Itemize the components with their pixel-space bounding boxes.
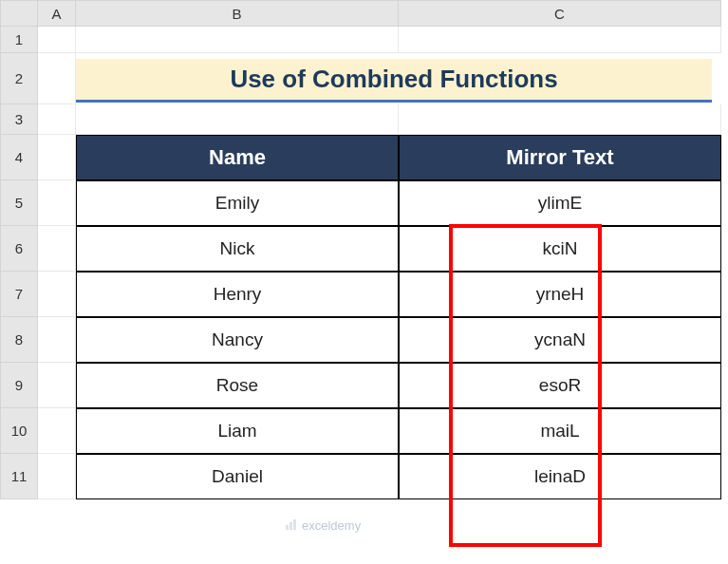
cell-c1[interactable]: [399, 27, 721, 53]
col-header-c[interactable]: C: [399, 0, 721, 27]
cell-a8[interactable]: [38, 317, 76, 363]
cell-a11[interactable]: [38, 454, 76, 499]
row-header-6[interactable]: 6: [0, 226, 38, 272]
page-title[interactable]: Use of Combined Functions: [76, 59, 712, 103]
table-row[interactable]: Liam: [76, 408, 399, 454]
table-header-name[interactable]: Name: [76, 135, 399, 180]
row-header-10[interactable]: 10: [0, 408, 38, 454]
cell-a9[interactable]: [38, 363, 76, 408]
row-header-5[interactable]: 5: [0, 180, 38, 226]
svg-rect-2: [293, 519, 296, 530]
row-header-8[interactable]: 8: [0, 317, 38, 363]
table-row[interactable]: yrneH: [399, 272, 721, 317]
select-all-corner[interactable]: [0, 0, 38, 27]
row-header-1[interactable]: 1: [0, 27, 38, 53]
col-header-b[interactable]: B: [76, 0, 399, 27]
table-row[interactable]: Rose: [76, 363, 399, 408]
table-row[interactable]: Nancy: [76, 317, 399, 363]
cell-a2[interactable]: [38, 53, 76, 104]
cell-a6[interactable]: [38, 226, 76, 272]
watermark-text: exceldemy: [302, 518, 361, 533]
svg-rect-0: [286, 525, 289, 530]
table-row[interactable]: Nick: [76, 226, 399, 272]
spreadsheet-grid: A B C 1 2 3 4 5 6 7 8 9 10 11 Use of Com…: [0, 0, 728, 499]
table-row[interactable]: Daniel: [76, 454, 399, 499]
row-header-7[interactable]: 7: [0, 272, 38, 317]
cell-a7[interactable]: [38, 272, 76, 317]
table-row[interactable]: maiL: [399, 408, 721, 454]
table-row[interactable]: leinaD: [399, 454, 721, 499]
cell-a5[interactable]: [38, 180, 76, 226]
table-row[interactable]: ylimE: [399, 180, 721, 226]
table-row[interactable]: kciN: [399, 226, 721, 272]
row-header-9[interactable]: 9: [0, 363, 38, 408]
svg-rect-1: [289, 522, 292, 530]
table-header-mirror[interactable]: Mirror Text: [399, 135, 721, 180]
table-row[interactable]: ycnaN: [399, 317, 721, 363]
cell-c3[interactable]: [399, 104, 721, 135]
table-row[interactable]: Henry: [76, 272, 399, 317]
cell-a3[interactable]: [38, 104, 76, 135]
watermark: exceldemy: [285, 517, 361, 534]
cell-b1[interactable]: [76, 27, 399, 53]
table-row[interactable]: esoR: [399, 363, 721, 408]
row-header-4[interactable]: 4: [0, 135, 38, 180]
row-header-11[interactable]: 11: [0, 454, 38, 499]
cell-b3[interactable]: [76, 104, 399, 135]
cell-a10[interactable]: [38, 408, 76, 454]
table-row[interactable]: Emily: [76, 180, 399, 226]
chart-icon: [285, 517, 298, 534]
row-header-2[interactable]: 2: [0, 53, 38, 104]
cell-a1[interactable]: [38, 27, 76, 53]
row-header-3[interactable]: 3: [0, 104, 38, 135]
col-header-a[interactable]: A: [38, 0, 76, 27]
cell-a4[interactable]: [38, 135, 76, 180]
